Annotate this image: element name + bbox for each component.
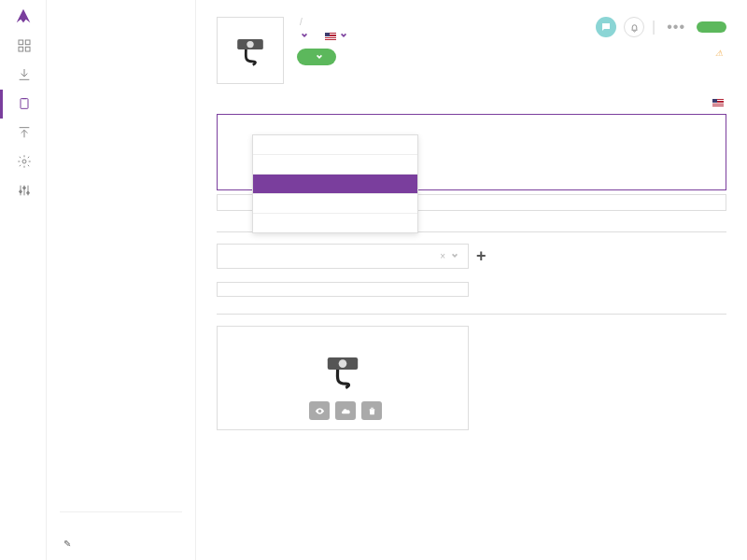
svg-point-8 bbox=[27, 191, 30, 194]
sidebar: ✎ bbox=[47, 0, 196, 560]
max-frame-rate-input[interactable] bbox=[217, 282, 469, 297]
ac-item-max-video-res[interactable] bbox=[253, 175, 417, 194]
media-thumbnail bbox=[317, 343, 368, 394]
warning-icon: ⚠ bbox=[715, 49, 723, 58]
ac-item-total-mp[interactable] bbox=[253, 214, 417, 232]
nav-comments[interactable] bbox=[60, 67, 182, 78]
pencil-icon[interactable]: ✎ bbox=[63, 539, 71, 549]
delete-button[interactable] bbox=[361, 401, 382, 420]
save-button[interactable] bbox=[697, 21, 726, 33]
product-infos: ✎ bbox=[60, 511, 182, 560]
nav-completeness[interactable] bbox=[60, 56, 182, 67]
breadcrumb: / bbox=[297, 17, 583, 27]
preview-button[interactable] bbox=[309, 401, 330, 420]
gear-icon bbox=[17, 154, 32, 169]
svg-point-6 bbox=[20, 190, 22, 193]
svg-point-7 bbox=[23, 187, 26, 189]
media-upload bbox=[217, 326, 469, 430]
us-flag-icon bbox=[325, 33, 336, 40]
download-icon bbox=[17, 67, 32, 82]
channel-locale-row bbox=[297, 31, 583, 41]
svg-rect-3 bbox=[25, 47, 30, 51]
svg-rect-0 bbox=[19, 40, 23, 45]
svg-point-5 bbox=[22, 160, 26, 163]
rail-settings[interactable] bbox=[0, 147, 46, 176]
rail-system[interactable] bbox=[0, 176, 46, 205]
main-content: / | ••• ⚠ bbox=[196, 0, 747, 560]
app-logo bbox=[13, 6, 34, 26]
field-locale bbox=[712, 99, 726, 106]
nav-categories[interactable] bbox=[60, 34, 182, 45]
locale-select[interactable] bbox=[340, 31, 347, 41]
rail-exports[interactable] bbox=[0, 119, 46, 147]
clipboard-icon bbox=[17, 96, 32, 111]
ac-item-max-frame-rate[interactable] bbox=[253, 155, 417, 175]
rail-products[interactable] bbox=[0, 90, 46, 119]
grid-icon bbox=[17, 38, 32, 53]
upload-icon bbox=[17, 125, 32, 140]
bell-icon[interactable] bbox=[624, 17, 644, 37]
add-option-button[interactable]: + bbox=[476, 246, 486, 266]
rail-imports[interactable] bbox=[0, 61, 46, 90]
product-header: / | ••• ⚠ bbox=[217, 17, 726, 84]
ac-item-meta-title[interactable] bbox=[253, 135, 417, 155]
nav-associations[interactable] bbox=[60, 45, 182, 56]
svg-rect-4 bbox=[21, 99, 28, 109]
section-media bbox=[217, 310, 726, 315]
more-menu[interactable]: ••• bbox=[663, 19, 689, 35]
header-actions: | ••• bbox=[596, 17, 726, 37]
us-flag-icon bbox=[712, 99, 724, 106]
unsaved-warning: ⚠ bbox=[715, 49, 726, 58]
svg-rect-1 bbox=[25, 40, 30, 45]
svg-point-12 bbox=[339, 359, 347, 368]
nav-history[interactable] bbox=[60, 78, 182, 90]
max-video-res-select[interactable]: × bbox=[217, 244, 469, 269]
completion-badge[interactable] bbox=[297, 49, 336, 65]
chat-icon[interactable] bbox=[596, 17, 616, 37]
product-thumbnail bbox=[217, 17, 284, 84]
nav-attributes[interactable] bbox=[60, 22, 182, 34]
sliders-icon bbox=[17, 183, 32, 198]
icon-rail bbox=[0, 0, 47, 560]
ac-item-name[interactable] bbox=[253, 194, 417, 214]
clear-icon[interactable]: × bbox=[440, 251, 445, 261]
svg-point-10 bbox=[247, 41, 253, 48]
rail-activity[interactable] bbox=[0, 32, 46, 61]
svg-rect-2 bbox=[19, 47, 23, 51]
channel-select[interactable] bbox=[301, 31, 308, 41]
download-button[interactable] bbox=[335, 401, 356, 420]
autocomplete-dropdown bbox=[252, 134, 418, 233]
